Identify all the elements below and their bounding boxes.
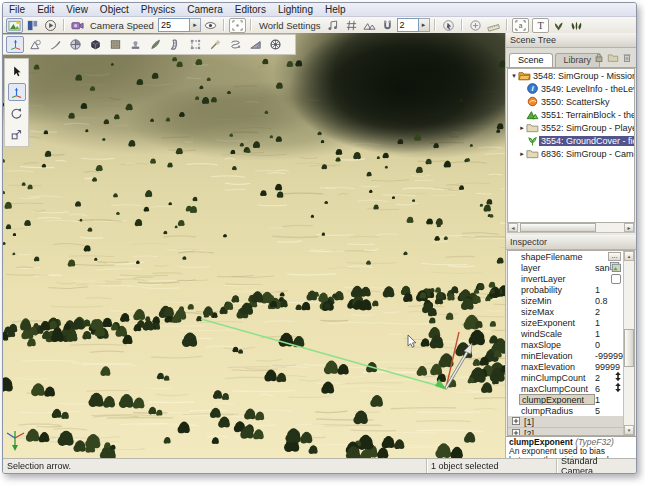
expand-icon[interactable]: ▸	[518, 150, 526, 158]
play-icon[interactable]	[42, 18, 59, 33]
menu-edit[interactable]: Edit	[31, 3, 60, 16]
forest-editor-icon[interactable]	[146, 36, 164, 53]
inspector-row[interactable]: sizeExponent1	[508, 317, 634, 328]
camera-speed-dropdown[interactable]: 25 ▸	[158, 18, 201, 32]
menu-help[interactable]: Help	[319, 3, 352, 16]
inspector-row[interactable]: shapeFilename...	[508, 251, 634, 262]
menu-editors[interactable]: Editors	[229, 3, 272, 16]
tab-scene[interactable]: Scene	[509, 53, 553, 67]
inspector-row[interactable]: sizeMin0.8	[508, 295, 634, 306]
inspector-row[interactable]: clumpExponent1	[508, 394, 634, 405]
inspector-row[interactable]: probability1	[508, 284, 634, 295]
inspector-row[interactable]: sizeMax2	[508, 306, 634, 317]
scroll-down-icon[interactable]: ▾	[624, 425, 634, 435]
gui-editor-icon[interactable]	[24, 18, 41, 33]
scene-tree-hscrollbar[interactable]: ◂ ▸	[507, 223, 635, 233]
expand-icon[interactable]	[512, 429, 520, 437]
eye-icon[interactable]	[202, 18, 219, 33]
scroll-thumb[interactable]	[624, 329, 634, 367]
menu-view[interactable]: View	[60, 3, 94, 16]
inspector-row[interactable]: clumpRadius5	[508, 405, 634, 416]
camera-speed-value[interactable]: 25	[158, 18, 190, 32]
particle-editor-icon[interactable]	[206, 36, 224, 53]
road-editor-icon[interactable]	[166, 36, 184, 53]
spinner-icon[interactable]	[614, 382, 622, 395]
collapse-icon[interactable]: ▾	[510, 72, 518, 80]
rotate-icon[interactable]	[8, 104, 26, 122]
menu-camera[interactable]: Camera	[181, 3, 229, 16]
menu-object[interactable]: Object	[94, 3, 135, 16]
image-picker-button[interactable]	[610, 262, 621, 274]
trash-icon[interactable]	[621, 51, 633, 63]
sketch-tool-icon[interactable]	[86, 36, 104, 53]
frame-icon[interactable]	[229, 18, 246, 33]
menu-physics[interactable]: Physics	[135, 3, 181, 16]
menu-file[interactable]: File	[3, 3, 31, 16]
viewport-3d[interactable]	[3, 33, 505, 458]
ruler-icon[interactable]	[485, 18, 502, 33]
object-snap-icon[interactable]	[325, 18, 342, 33]
camera-speed-arrow-icon[interactable]: ▸	[190, 18, 201, 32]
scale-icon[interactable]	[8, 125, 26, 143]
tree-item[interactable]: ▾3548: SimGroup - MissionGroup	[508, 69, 634, 82]
forest-icon[interactable]	[568, 18, 585, 33]
river-editor-icon[interactable]	[226, 36, 244, 53]
text-icon[interactable]: T	[532, 18, 549, 33]
tree-item[interactable]: 3551: TerrainBlock - theTerrain	[508, 108, 634, 121]
add-object-icon[interactable]	[467, 18, 484, 33]
bounds-icon[interactable]: a	[512, 18, 529, 33]
pointer-snap-icon[interactable]	[440, 18, 457, 33]
navigation-editor-icon[interactable]	[266, 36, 284, 53]
snap-size-value[interactable]: 2	[397, 18, 419, 32]
checkbox[interactable]	[611, 274, 621, 284]
folder-icon[interactable]	[607, 51, 619, 63]
terrain-editor-icon[interactable]	[26, 36, 44, 53]
tree-item[interactable]: i3549: LevelInfo - theLevelInfo	[508, 82, 634, 95]
tree-groundcover	[526, 135, 539, 147]
inspector-vscrollbar[interactable]: ▴ ▾	[623, 251, 634, 435]
inspector-row[interactable]: windScale1	[508, 328, 634, 339]
magnet-icon[interactable]	[379, 18, 396, 33]
scroll-right-icon[interactable]: ▸	[624, 223, 634, 232]
expand-icon[interactable]	[512, 417, 520, 427]
inspector-row[interactable]: maxSlope0	[508, 339, 634, 350]
inspector-title: Inspector	[506, 235, 636, 250]
snap-size-dropdown[interactable]: 2 ▸	[397, 18, 430, 32]
expand-icon[interactable]: ▸	[518, 124, 526, 132]
shape-editor-icon[interactable]	[186, 36, 204, 53]
inspector-row[interactable]: layersand	[508, 262, 634, 273]
terrain-snap-icon[interactable]	[361, 18, 378, 33]
terrain-painter-icon[interactable]	[46, 36, 64, 53]
world-settings-button[interactable]: World Settings	[256, 20, 324, 31]
move-icon[interactable]	[8, 83, 26, 101]
tree-item[interactable]: ▸3552: SimGroup - PlayerDropP	[508, 121, 634, 134]
property-value[interactable]: 2	[595, 373, 614, 383]
tree-item[interactable]: ▸6836: SimGroup - CameraBook	[508, 147, 634, 160]
inspector-row[interactable]: minElevation-99999	[508, 350, 634, 361]
property-value[interactable]: 6	[595, 384, 614, 394]
grid-snap-icon[interactable]	[343, 18, 360, 33]
snap-size-arrow-icon[interactable]: ▸	[419, 18, 430, 32]
scroll-up-icon[interactable]: ▴	[624, 251, 634, 261]
tree-item[interactable]: 3554: GroundCover - field	[508, 134, 634, 147]
datablock-editor-icon[interactable]	[106, 36, 124, 53]
property-value[interactable]: sand	[595, 263, 610, 273]
tree-item[interactable]: 3550: ScatterSky	[508, 95, 634, 108]
mesh-road-editor-icon[interactable]	[246, 36, 264, 53]
camera-icon[interactable]	[69, 18, 86, 33]
material-editor-icon[interactable]	[66, 36, 84, 53]
inspector-row[interactable]: maxClumpCount6	[508, 383, 634, 394]
object-editor-icon[interactable]	[6, 36, 24, 53]
world-editor-icon[interactable]	[6, 18, 23, 33]
inspector-row[interactable]: invertLayer	[508, 273, 634, 284]
lock-icon[interactable]	[593, 51, 605, 63]
decal-editor-icon[interactable]	[126, 36, 144, 53]
inspector-group-row[interactable]: [2]	[508, 428, 634, 436]
vegetation-icon[interactable]	[550, 18, 567, 33]
scroll-left-icon[interactable]: ◂	[508, 223, 518, 232]
menu-lighting[interactable]: Lighting	[272, 3, 319, 16]
select-arrow-icon[interactable]	[8, 62, 26, 80]
browse-file-button[interactable]: ...	[608, 252, 621, 261]
inspector-group-row[interactable]: [1]	[508, 416, 634, 428]
scroll-thumb[interactable]	[520, 223, 596, 232]
